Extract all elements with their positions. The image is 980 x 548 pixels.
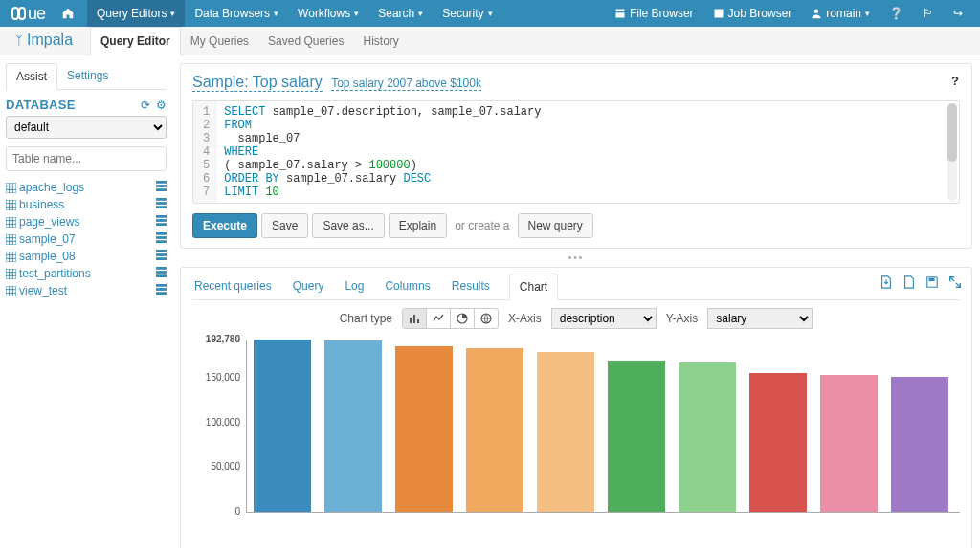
bar[interactable] [466, 348, 523, 512]
job-browser-link[interactable]: Job Browser [703, 0, 802, 27]
side-tab-assist[interactable]: Assist [6, 63, 57, 90]
xaxis-label: X-Axis [508, 312, 542, 325]
db-settings-icon[interactable]: ⚙ [156, 99, 167, 112]
database-heading: DATABASE [6, 98, 76, 112]
chart-type-group [402, 308, 499, 329]
svg-rect-1 [6, 183, 16, 193]
chart-yaxis: 050,000100,000150,000192,780 [192, 337, 246, 547]
results-panel: Recent queriesQueryLogColumnsResultsChar… [180, 267, 972, 548]
file-browser-link[interactable]: File Browser [605, 0, 703, 27]
bar[interactable] [749, 373, 806, 512]
logout-icon[interactable]: ↪ [944, 0, 972, 27]
bar[interactable] [324, 340, 381, 512]
editor-code[interactable]: SELECT sample_07.description, sample_07.… [216, 101, 548, 203]
chart-type-bar-icon[interactable] [403, 309, 427, 328]
panel-resize-grip[interactable]: ••• [180, 252, 972, 263]
expand-icon[interactable] [948, 275, 962, 289]
chart-type-map-icon[interactable] [475, 309, 498, 328]
table-item[interactable]: apache_logs [6, 179, 167, 196]
bar[interactable] [820, 375, 877, 512]
chart-plot [246, 340, 960, 513]
notifications-icon[interactable]: 🏳 [913, 0, 944, 27]
svg-rect-40 [156, 257, 167, 260]
ytick: 150,000 [206, 371, 240, 382]
refresh-icon[interactable]: ⟳ [141, 99, 150, 112]
tab-query-editor[interactable]: Query Editor [90, 27, 181, 55]
table-item[interactable]: page_views [6, 213, 167, 230]
nav-data-browsers[interactable]: Data Browsers▾ [185, 0, 288, 27]
table-search-input[interactable] [6, 146, 167, 171]
bar[interactable] [891, 377, 947, 512]
table-item[interactable]: view_test [6, 282, 167, 299]
xaxis-select[interactable]: description [551, 308, 657, 329]
svg-rect-33 [6, 252, 16, 262]
bar[interactable] [608, 361, 664, 512]
tab-my-queries[interactable]: My Queries [181, 28, 258, 55]
results-tab-chart[interactable]: Chart [509, 274, 558, 300]
table-item[interactable]: test_partitions [6, 265, 167, 282]
chart-type-line-icon[interactable] [427, 309, 451, 328]
ytick: 50,000 [211, 461, 240, 471]
svg-rect-22 [156, 215, 167, 218]
ytick: 192,780 [206, 334, 240, 344]
download-csv-icon[interactable] [902, 275, 916, 289]
nav-security[interactable]: Security▾ [433, 0, 501, 27]
nav-search[interactable]: Search▾ [368, 0, 433, 27]
editor-scrollbar[interactable] [947, 103, 957, 201]
svg-rect-16 [156, 206, 167, 208]
table-preview-icon[interactable] [156, 267, 167, 280]
results-tab-query[interactable]: Query [291, 274, 326, 299]
home-icon[interactable] [53, 0, 87, 27]
explain-button[interactable]: Explain [389, 213, 447, 238]
query-subtitle[interactable]: Top salary 2007 above $100k [331, 77, 481, 91]
table-preview-icon[interactable] [156, 181, 167, 194]
bar[interactable] [254, 340, 310, 512]
tab-saved-queries[interactable]: Saved Queries [258, 28, 353, 55]
editor-gutter: 1234567 [193, 101, 216, 203]
nav-workflows[interactable]: Workflows▾ [288, 0, 368, 27]
sidebar: Assist Settings DATABASE ⟳ ⚙ default apa… [0, 55, 172, 548]
execute-button[interactable]: Execute [192, 213, 257, 238]
table-preview-icon[interactable] [156, 250, 167, 263]
sql-editor[interactable]: 1234567 SELECT sample_07.description, sa… [192, 100, 960, 204]
svg-rect-31 [156, 236, 167, 239]
download-xls-icon[interactable] [880, 275, 893, 289]
table-preview-icon[interactable] [156, 232, 167, 246]
user-menu[interactable]: romain▾ [801, 0, 880, 27]
help-icon[interactable]: ❔ [880, 0, 913, 27]
results-tab-recent-queries[interactable]: Recent queries [192, 274, 274, 299]
svg-rect-54 [156, 284, 167, 287]
svg-rect-17 [6, 217, 16, 228]
svg-rect-39 [156, 253, 167, 256]
results-tab-results[interactable]: Results [450, 274, 492, 299]
results-tab-log[interactable]: Log [343, 274, 366, 299]
bar[interactable] [679, 362, 735, 512]
panel-help-icon[interactable]: ? [948, 74, 962, 87]
table-preview-icon[interactable] [156, 215, 167, 229]
hue-logo[interactable]: ue [11, 4, 45, 24]
save-as-button[interactable]: Save as... [312, 213, 384, 238]
save-results-icon[interactable] [925, 275, 939, 289]
svg-rect-9 [6, 200, 16, 210]
table-preview-icon[interactable] [156, 284, 167, 297]
save-button[interactable]: Save [261, 213, 308, 238]
database-select[interactable]: default [6, 116, 167, 139]
results-tabs: Recent queriesQueryLogColumnsResultsChar… [192, 274, 960, 300]
query-title[interactable]: Sample: Top salary [192, 74, 323, 92]
table-item[interactable]: sample_07 [6, 230, 167, 248]
svg-rect-46 [156, 267, 167, 270]
table-item[interactable]: business [6, 196, 167, 213]
new-query-button[interactable]: New query [518, 213, 593, 238]
nav-query-editors[interactable]: Query Editors▾ [87, 0, 185, 27]
bar[interactable] [537, 352, 593, 512]
sub-nav: ᛉImpala Query Editor My Queries Saved Qu… [0, 27, 980, 55]
tab-history[interactable]: History [353, 28, 408, 55]
side-tab-settings[interactable]: Settings [57, 63, 118, 89]
table-item[interactable]: sample_08 [6, 248, 167, 265]
chart-type-pie-icon[interactable] [451, 309, 475, 328]
chart-type-label: Chart type [340, 312, 392, 325]
yaxis-select[interactable]: salary [707, 308, 813, 329]
bar[interactable] [395, 346, 452, 512]
results-tab-columns[interactable]: Columns [383, 274, 432, 299]
table-preview-icon[interactable] [156, 198, 167, 211]
